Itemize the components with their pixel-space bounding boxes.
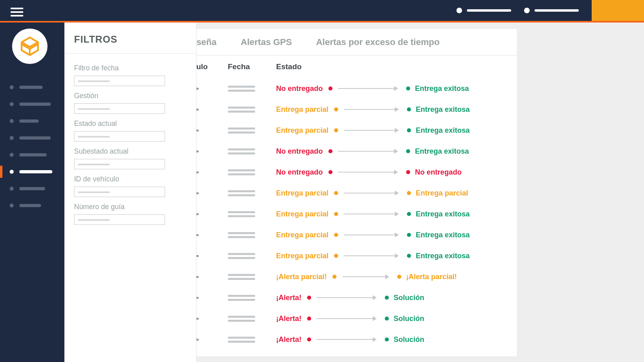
status-to-dot xyxy=(385,317,389,321)
sidebar-item-1[interactable] xyxy=(0,96,64,113)
status-to-dot xyxy=(407,191,411,195)
status-from-dot xyxy=(307,296,311,300)
top-status-2[interactable] xyxy=(524,8,579,13)
status-from-dot xyxy=(307,337,311,341)
status-from-dot xyxy=(332,275,336,279)
status-to: Entrega exitosa xyxy=(415,84,469,93)
filter-label-2: Estado actual xyxy=(74,119,186,128)
status-to-dot xyxy=(397,275,401,279)
status-from: Entrega parcial xyxy=(276,231,328,239)
status-to-dot xyxy=(385,337,389,341)
status-from-dot xyxy=(307,317,311,321)
status-from-dot xyxy=(334,233,338,237)
status-from: Entrega parcial xyxy=(276,105,328,114)
status-from-dot xyxy=(334,191,338,195)
status-to-dot xyxy=(407,128,411,132)
arrow-icon xyxy=(338,149,398,154)
filter-input-0[interactable] xyxy=(74,76,165,86)
status-from: ¡Alerta! xyxy=(276,294,301,302)
status-to: Entrega exitosa xyxy=(415,147,469,156)
status-from: Entrega parcial xyxy=(276,252,328,260)
status-to: Entrega exitosa xyxy=(416,126,470,135)
status-from-dot xyxy=(328,170,332,174)
sidebar-item-7[interactable] xyxy=(0,197,64,214)
status-from: ¡Alerta! xyxy=(276,315,301,323)
status-from: No entregado xyxy=(276,168,323,177)
filter-label-1: Gestión xyxy=(74,92,186,100)
status-from: ¡Alerta! xyxy=(276,335,301,344)
status-to: Solución xyxy=(394,335,424,344)
tab-3[interactable]: Alertas por exceso de tiempo xyxy=(314,29,441,56)
status-to: Entrega parcial xyxy=(416,189,468,197)
arrow-icon xyxy=(344,128,399,133)
status-to: Solución xyxy=(394,294,424,302)
status-from-dot xyxy=(334,128,338,132)
arrow-icon xyxy=(344,232,399,237)
status-from-dot xyxy=(328,86,332,90)
arrow-icon xyxy=(344,253,399,258)
status-to-dot xyxy=(407,254,411,258)
filter-label-5: Número de guía xyxy=(74,203,186,211)
arrow-icon xyxy=(342,274,389,279)
sidebar xyxy=(0,23,64,362)
status-to: Entrega exitosa xyxy=(416,252,470,260)
filter-input-1[interactable] xyxy=(74,103,165,114)
sidebar-item-3[interactable] xyxy=(0,130,64,146)
col-estado: Estado xyxy=(276,62,503,71)
status-from: Entrega parcial xyxy=(276,126,328,135)
status-to-dot xyxy=(407,233,411,237)
logo[interactable] xyxy=(12,29,47,64)
status-to-dot xyxy=(406,170,410,174)
filter-label-4: ID de vehículo xyxy=(74,175,186,183)
filter-input-4[interactable] xyxy=(74,187,165,197)
filters-title: FILTROS xyxy=(64,23,196,53)
arrow-icon xyxy=(317,316,377,321)
status-to: Solución xyxy=(394,315,424,323)
status-from: ¡Alerta parcial! xyxy=(276,273,327,281)
top-cta-button[interactable] xyxy=(592,0,644,21)
arrow-icon xyxy=(344,212,399,216)
filter-input-3[interactable] xyxy=(74,159,165,169)
status-from-dot xyxy=(334,254,338,258)
status-to: No entregado xyxy=(415,168,462,177)
topbar-right xyxy=(456,0,644,21)
filter-input-2[interactable] xyxy=(74,131,165,142)
status-from: Entrega parcial xyxy=(276,189,328,197)
status-from-dot xyxy=(334,107,338,111)
sidebar-item-0[interactable] xyxy=(0,79,64,96)
status-to-dot xyxy=(406,149,410,153)
arrow-icon xyxy=(344,191,399,195)
status-to-dot xyxy=(406,86,410,90)
arrow-icon xyxy=(317,295,377,300)
filter-input-5[interactable] xyxy=(74,214,165,225)
filters-panel: FILTROS Filtro de fechaGestiónEstado act… xyxy=(64,23,196,362)
filter-label-0: Filtro de fecha xyxy=(74,64,186,72)
sidebar-item-2[interactable] xyxy=(0,113,64,130)
col-fecha: Fecha xyxy=(228,62,276,71)
status-from-dot xyxy=(328,149,332,153)
status-from: Entrega parcial xyxy=(276,210,328,218)
sidebar-item-4[interactable] xyxy=(0,146,64,163)
sidebar-item-6[interactable] xyxy=(0,180,64,197)
status-to: Entrega exitosa xyxy=(416,210,470,218)
status-to: Entrega exitosa xyxy=(416,231,470,239)
status-from-dot xyxy=(334,212,338,216)
status-from: No entregado xyxy=(276,147,323,156)
filter-label-3: Subestado actual xyxy=(74,147,186,156)
topbar xyxy=(0,0,644,21)
sidebar-item-5[interactable] xyxy=(0,163,64,180)
status-to-dot xyxy=(385,296,389,300)
arrow-icon xyxy=(338,170,398,175)
status-to-dot xyxy=(407,212,411,216)
arrow-icon xyxy=(317,337,377,342)
top-status-1[interactable] xyxy=(456,8,511,13)
menu-icon[interactable] xyxy=(10,6,23,19)
arrow-icon xyxy=(344,107,399,112)
arrow-icon xyxy=(338,86,398,91)
tab-2[interactable]: Alertas GPS xyxy=(239,29,293,56)
status-to: Entrega exitosa xyxy=(416,105,470,114)
logo-icon xyxy=(19,35,41,57)
status-to: ¡Alerta parcial! xyxy=(406,273,457,281)
status-to-dot xyxy=(407,107,411,111)
status-from: No entregado xyxy=(276,84,323,93)
